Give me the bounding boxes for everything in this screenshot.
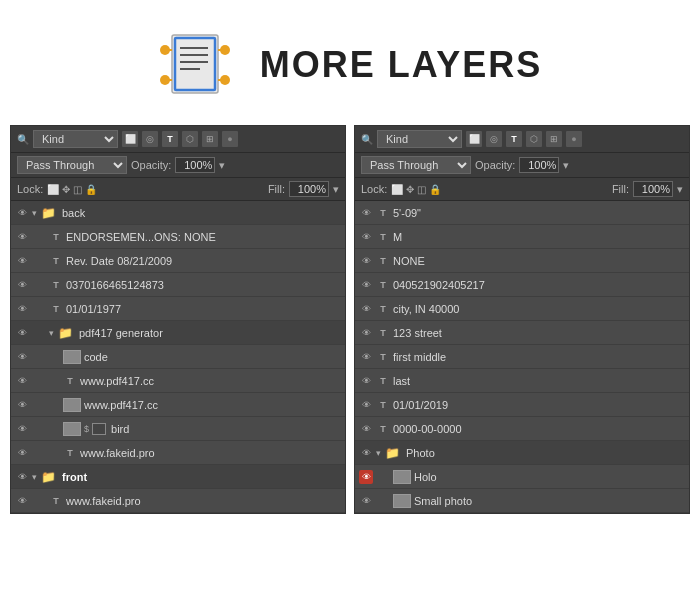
- right-lock-label: Lock:: [361, 183, 387, 195]
- left-fill-arrow[interactable]: ▾: [333, 183, 339, 196]
- eye-visibility-icon[interactable]: 👁: [15, 494, 29, 508]
- layer-row[interactable]: 👁Tfirst middle: [355, 345, 689, 369]
- adjust-icon-btn[interactable]: ◎: [142, 131, 158, 147]
- layer-row[interactable]: 👁▾📁front: [11, 465, 345, 489]
- layer-row[interactable]: 👁Twww.fakeid.pro: [11, 441, 345, 465]
- layer-row[interactable]: 👁TENDORSEMEN...ONS: NONE: [11, 225, 345, 249]
- right-pixel-icon-btn[interactable]: ⬜: [466, 131, 482, 147]
- eye-visibility-icon[interactable]: 👁: [359, 302, 373, 316]
- layer-row[interactable]: 👁TM: [355, 225, 689, 249]
- layer-row[interactable]: 👁code: [11, 345, 345, 369]
- right-opacity-arrow[interactable]: ▾: [563, 159, 569, 172]
- eye-visibility-icon[interactable]: 👁: [359, 326, 373, 340]
- layer-row[interactable]: 👁Tlast: [355, 369, 689, 393]
- layer-row[interactable]: 👁$bird: [11, 417, 345, 441]
- layer-row[interactable]: 👁TNONE: [355, 249, 689, 273]
- group-expand-arrow[interactable]: ▾: [32, 208, 37, 218]
- right-adjust-icon-btn[interactable]: ◎: [486, 131, 502, 147]
- layer-row[interactable]: 👁T5'-09": [355, 201, 689, 225]
- left-kind-select[interactable]: Kind: [33, 130, 118, 148]
- layer-row[interactable]: 👁▾📁back: [11, 201, 345, 225]
- left-opacity-input[interactable]: [175, 157, 215, 173]
- type-icon-btn[interactable]: T: [162, 131, 178, 147]
- layer-row[interactable]: 👁T040521902405217: [355, 273, 689, 297]
- eye-visibility-icon[interactable]: 👁: [359, 350, 373, 364]
- eye-visibility-icon[interactable]: 👁: [15, 326, 29, 340]
- menu-icon-btn[interactable]: ●: [222, 131, 238, 147]
- layer-row[interactable]: 👁Small photo: [355, 489, 689, 513]
- right-lock-all-icon[interactable]: 🔒: [429, 184, 441, 195]
- right-pass-through-select[interactable]: Pass Through: [361, 156, 471, 174]
- eye-visibility-icon[interactable]: 👁: [359, 230, 373, 244]
- left-pass-through-select[interactable]: Pass Through: [17, 156, 127, 174]
- eye-visibility-icon[interactable]: 👁: [15, 470, 29, 484]
- lock-move-icon[interactable]: ✥: [62, 184, 70, 195]
- eye-visibility-icon[interactable]: 👁: [359, 494, 373, 508]
- right-fill-input[interactable]: [633, 181, 673, 197]
- layer-type-icon: T: [376, 302, 390, 316]
- right-fill-arrow[interactable]: ▾: [677, 183, 683, 196]
- eye-visibility-icon[interactable]: 👁: [359, 446, 373, 460]
- eye-visibility-icon[interactable]: 👁: [15, 254, 29, 268]
- left-fill-label: Fill:: [268, 183, 285, 195]
- group-expand-arrow[interactable]: ▾: [32, 472, 37, 482]
- layer-name-label: first middle: [393, 351, 685, 363]
- smart-icon-btn[interactable]: ⊞: [202, 131, 218, 147]
- lock-artboard-icon[interactable]: ◫: [73, 184, 82, 195]
- eye-visibility-icon[interactable]: 👁: [15, 398, 29, 412]
- eye-visibility-icon[interactable]: 👁: [15, 278, 29, 292]
- right-fill-label: Fill:: [612, 183, 629, 195]
- right-shape-icon-btn[interactable]: ⬡: [526, 131, 542, 147]
- layer-row[interactable]: 👁TRev. Date 08/21/2009: [11, 249, 345, 273]
- eye-visibility-icon[interactable]: 👁: [15, 206, 29, 220]
- left-lock-icons: ⬜ ✥ ◫ 🔒: [47, 184, 97, 195]
- layer-row[interactable]: 👁Twww.fakeid.pro: [11, 489, 345, 513]
- right-lock-pixels-icon[interactable]: ⬜: [391, 184, 403, 195]
- right-lock-artboard-icon[interactable]: ◫: [417, 184, 426, 195]
- group-expand-arrow[interactable]: ▾: [49, 328, 54, 338]
- eye-visibility-icon[interactable]: 👁: [359, 254, 373, 268]
- eye-visibility-icon[interactable]: 👁: [359, 278, 373, 292]
- eye-visibility-icon[interactable]: 👁: [15, 446, 29, 460]
- eye-visibility-icon[interactable]: 👁: [359, 470, 373, 484]
- eye-visibility-icon[interactable]: 👁: [15, 350, 29, 364]
- layer-row[interactable]: 👁Twww.pdf417.cc: [11, 369, 345, 393]
- pixel-icon-btn[interactable]: ⬜: [122, 131, 138, 147]
- eye-visibility-icon[interactable]: 👁: [359, 398, 373, 412]
- left-fill-input[interactable]: [289, 181, 329, 197]
- right-opacity-input[interactable]: [519, 157, 559, 173]
- left-layers-list[interactable]: 👁▾📁back👁TENDORSEMEN...ONS: NONE👁TRev. Da…: [11, 201, 345, 513]
- eye-visibility-icon[interactable]: 👁: [15, 302, 29, 316]
- right-lock-icons: ⬜ ✥ ◫ 🔒: [391, 184, 441, 195]
- layer-row[interactable]: 👁Tcity, IN 40000: [355, 297, 689, 321]
- eye-visibility-icon[interactable]: 👁: [15, 230, 29, 244]
- eye-visibility-icon[interactable]: 👁: [359, 206, 373, 220]
- left-panel: 🔍 Kind ⬜ ◎ T ⬡ ⊞ ● Pass Through Opacity:…: [10, 125, 346, 514]
- right-layers-list[interactable]: 👁T5'-09"👁TM👁TNONE👁T040521902405217👁Tcity…: [355, 201, 689, 513]
- layer-type-icon: T: [376, 254, 390, 268]
- lock-all-icon[interactable]: 🔒: [85, 184, 97, 195]
- shape-icon-btn[interactable]: ⬡: [182, 131, 198, 147]
- layer-row[interactable]: 👁▾📁pdf417 generator: [11, 321, 345, 345]
- left-opacity-arrow[interactable]: ▾: [219, 159, 225, 172]
- right-kind-select[interactable]: Kind: [377, 130, 462, 148]
- lock-pixels-icon[interactable]: ⬜: [47, 184, 59, 195]
- layer-row[interactable]: 👁T01/01/2019: [355, 393, 689, 417]
- layer-row[interactable]: 👁www.pdf417.cc: [11, 393, 345, 417]
- right-lock-move-icon[interactable]: ✥: [406, 184, 414, 195]
- right-type-icon-btn[interactable]: T: [506, 131, 522, 147]
- eye-visibility-icon[interactable]: 👁: [15, 422, 29, 436]
- eye-visibility-icon[interactable]: 👁: [359, 422, 373, 436]
- right-smart-icon-btn[interactable]: ⊞: [546, 131, 562, 147]
- layer-row[interactable]: 👁T123 street: [355, 321, 689, 345]
- layer-row[interactable]: 👁T0000-00-0000: [355, 417, 689, 441]
- eye-visibility-icon[interactable]: 👁: [359, 374, 373, 388]
- right-menu-icon-btn[interactable]: ●: [566, 131, 582, 147]
- group-expand-arrow[interactable]: ▾: [376, 448, 381, 458]
- layer-row[interactable]: 👁▾📁Photo: [355, 441, 689, 465]
- layer-row[interactable]: 👁T0370166465124873: [11, 273, 345, 297]
- left-modebar: Pass Through Opacity: ▾: [11, 153, 345, 178]
- layer-row[interactable]: 👁T01/01/1977: [11, 297, 345, 321]
- layer-row[interactable]: 👁Holo: [355, 465, 689, 489]
- eye-visibility-icon[interactable]: 👁: [15, 374, 29, 388]
